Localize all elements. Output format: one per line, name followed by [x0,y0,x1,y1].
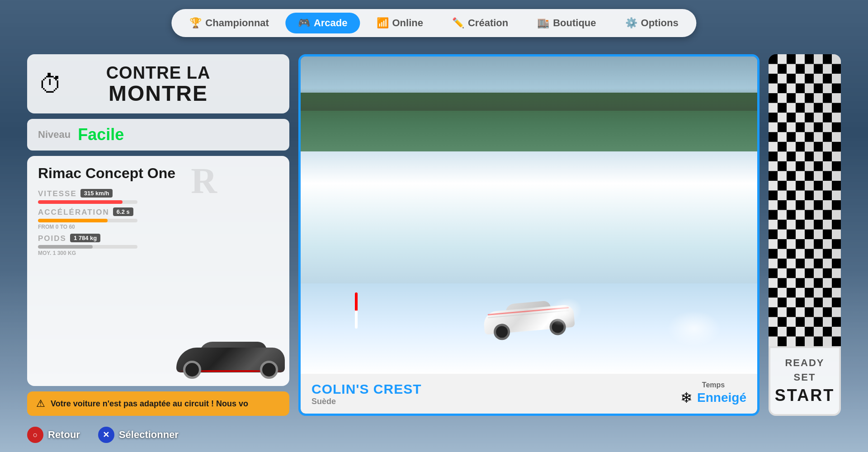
nav-label-championnat: Championnat [205,17,269,29]
start-button[interactable]: READY SET START [769,346,841,416]
left-panel: ⏱ Contre la MONTRE Niveau Facile Rimac C… [27,54,289,416]
stat-vitesse-fill [38,200,123,204]
nav-label-online: Online [392,17,423,29]
snow-spray-effect [667,311,721,347]
stat-vitesse: VITESSE 315 km/h [38,189,278,204]
nav-item-boutique[interactable]: 🏬 Boutique [524,13,609,33]
selectionner-label: Sélectionner [119,429,179,441]
race-pole-marker [355,292,358,329]
car-info-box: Rimac Concept One R VITESSE 315 km/h [27,156,289,386]
stat-poids-fill [38,245,93,249]
checkered-flag-panel [769,54,841,346]
level-box: Niveau Facile [27,119,289,151]
level-label: Niveau [38,129,71,141]
car-name: Rimac Concept One [38,165,278,182]
selectionner-circle-icon: ✕ [98,427,114,443]
stat-vitesse-bar [38,200,137,204]
nav-item-championnat[interactable]: 🏆 Championnat [177,13,282,33]
selectionner-button[interactable]: ✕ Sélectionner [98,427,179,443]
wifi-icon: 📶 [377,17,389,29]
stat-poids-label: POIDS [38,234,66,243]
car-wheel-right [260,361,278,379]
gear-icon: ⚙️ [625,17,637,29]
checkered-flag-svg [769,54,841,346]
retour-label: Retour [48,429,80,441]
retour-circle-icon: ○ [27,427,43,443]
track-name-column: COLIN'S CREST Suède [311,381,421,406]
start-line-ready: READY [785,357,824,369]
svg-rect-5 [805,54,841,346]
weather-value: Enneigé [697,391,746,405]
nav-item-online[interactable]: 📶 Online [364,13,436,33]
car-wheel-left [183,361,201,379]
track-crowd-area [301,88,757,111]
trophy-icon: 🏆 [189,17,202,29]
mode-title-box: ⏱ Contre la MONTRE [27,54,289,113]
mode-subtitle: MONTRE [41,83,276,104]
start-line-start: START [775,386,835,405]
pencil-icon: ✏️ [452,17,464,29]
track-panel[interactable]: COLIN'S CREST Suède Temps ❄ Enneigé [298,54,760,416]
stat-poids: POIDS 1 784 kg MOY. 1 300 KG [38,234,278,256]
track-sky-gradient [301,56,757,93]
stat-acceleration: ACCÉLÉRATION 6.2 s FROM 0 TO 60 [38,207,278,230]
warning-icon: ⚠ [36,398,45,410]
stat-accel-label: ACCÉLÉRATION [38,208,109,217]
track-info-bar: COLIN'S CREST Suède Temps ❄ Enneigé [301,374,757,414]
stat-vitesse-value: 315 km/h [80,189,113,198]
stat-poids-sub: MOY. 1 300 KG [38,250,278,256]
car-logo-watermark: R [191,160,217,202]
start-line-set: SET [794,372,816,383]
nav-item-arcade[interactable]: 🎮 Arcade [285,13,360,33]
bottom-navigation-bar: ○ Retour ✕ Sélectionner [27,427,179,443]
car-silhouette [172,332,289,381]
gamepad-icon: 🎮 [298,17,310,29]
nav-item-options[interactable]: ⚙️ Options [613,13,691,33]
navigation-bar: 🏆 Championnat 🎮 Arcade 📶 Online ✏️ Créat… [171,9,696,37]
snowflake-icon: ❄ [680,389,693,406]
track-country: Suède [311,397,421,406]
track-name: COLIN'S CREST [311,381,421,397]
nav-label-options: Options [641,17,679,29]
main-content: ⏱ Contre la MONTRE Niveau Facile Rimac C… [27,54,841,416]
track-image [301,56,757,374]
stopwatch-icon: ⏱ [38,70,63,98]
nav-item-creation[interactable]: ✏️ Création [439,13,521,33]
warning-text: Votre voiture n'est pas adaptée au circu… [51,399,248,409]
stat-accel-fill [38,219,108,222]
stat-poids-value: 1 784 kg [70,234,100,242]
weather-label: Temps [702,381,725,389]
stat-poids-bar [38,245,137,249]
right-panel: READY SET START [769,54,841,416]
retour-button[interactable]: ○ Retour [27,427,80,443]
track-weather-column: Temps ❄ Enneigé [680,381,746,406]
level-value: Facile [78,125,124,144]
stat-accel-sub: FROM 0 TO 60 [38,224,278,230]
nav-label-boutique: Boutique [553,17,596,29]
mode-title: Contre la [41,63,276,83]
car-stats: VITESSE 315 km/h ACCÉLÉRATION 6.2 s [38,189,278,256]
warning-bar: ⚠ Votre voiture n'est pas adaptée au cir… [27,391,289,416]
stat-vitesse-label: VITESSE [38,189,77,198]
nav-label-creation: Création [468,17,508,29]
shop-icon: 🏬 [537,17,549,29]
stat-accel-value: 6.2 s [113,207,133,216]
nav-label-arcade: Arcade [314,17,348,29]
stat-accel-bar [38,219,137,222]
